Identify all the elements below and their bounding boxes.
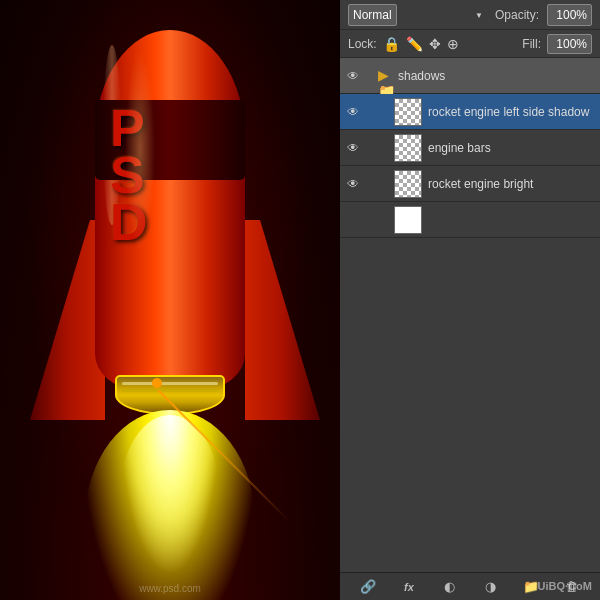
- brush-icon[interactable]: ✏️: [406, 36, 423, 52]
- layer-thumb-1: [394, 98, 422, 126]
- group-name: shadows: [398, 69, 596, 83]
- layer-thumb-4: [394, 206, 422, 234]
- eye-icon-1[interactable]: 👁: [344, 103, 362, 121]
- layers-list: 👁 ▶ 📁 shadows 👁 rocket engine left side …: [340, 58, 600, 572]
- opacity-label: Opacity:: [495, 8, 539, 22]
- rocket-highlight: [125, 50, 155, 250]
- move-icon[interactable]: ✥: [429, 36, 441, 52]
- chain-icon-2: [362, 140, 378, 156]
- layer-thumb-3: [394, 170, 422, 198]
- engine-nozzle: [115, 375, 225, 415]
- blend-mode-arrow: ▼: [475, 10, 483, 19]
- chain-icon-group: [362, 68, 378, 84]
- layers-panel: Normal ▼ Opacity: Lock: 🔒 ✏️ ✥ ⊕ Fill: 👁…: [340, 0, 600, 600]
- layer-group-shadows[interactable]: 👁 ▶ 📁 shadows: [340, 58, 600, 94]
- eye-icon-group[interactable]: 👁: [344, 67, 362, 85]
- fill-label: Fill:: [522, 37, 541, 51]
- eye-icon-2[interactable]: 👁: [344, 139, 362, 157]
- fill-input[interactable]: [547, 34, 592, 54]
- eye-icon-4[interactable]: [344, 211, 362, 229]
- trash-button[interactable]: 🗑: [562, 577, 582, 597]
- fx-button[interactable]: fx: [399, 577, 419, 597]
- lock-fill-row: Lock: 🔒 ✏️ ✥ ⊕ Fill:: [340, 30, 600, 58]
- blend-mode-select[interactable]: Normal: [348, 4, 397, 26]
- canvas-watermark: www.psd.com: [139, 583, 201, 594]
- blend-mode-wrapper[interactable]: Normal ▼: [348, 4, 487, 26]
- layer-thumb-2: [394, 134, 422, 162]
- position-icon[interactable]: ⊕: [447, 36, 459, 52]
- link-button[interactable]: 🔗: [358, 577, 378, 597]
- rocket-illustration: PSD www.psd.com: [0, 0, 340, 600]
- mask-button[interactable]: ◐: [440, 577, 460, 597]
- folder-icon-group: ▶ 📁: [378, 67, 396, 85]
- layers-toolbar: 🔗 fx ◐ ◑ 📁 🗑: [340, 572, 600, 600]
- chain-icon-3: [362, 176, 378, 192]
- eye-icon-3[interactable]: 👁: [344, 175, 362, 193]
- layer-name-3: rocket engine bright: [428, 177, 596, 191]
- folder-button[interactable]: 📁: [521, 577, 541, 597]
- layer-item-2[interactable]: 👁 engine bars: [340, 130, 600, 166]
- chain-icon-4: [362, 212, 378, 228]
- canvas-area: PSD www.psd.com: [0, 0, 340, 600]
- lock-icon[interactable]: 🔒: [383, 36, 400, 52]
- main-container: PSD www.psd.com Normal: [0, 0, 600, 600]
- layer-item-1[interactable]: 👁 rocket engine left side shadow: [340, 94, 600, 130]
- opacity-input[interactable]: [547, 4, 592, 26]
- layer-name-1: rocket engine left side shadow: [428, 105, 596, 119]
- chain-icon-1: [362, 104, 378, 120]
- layer-item-4[interactable]: [340, 202, 600, 238]
- arrow-dot: [152, 378, 162, 388]
- blend-opacity-row: Normal ▼ Opacity:: [340, 0, 600, 30]
- adjustment-button[interactable]: ◑: [480, 577, 500, 597]
- layer-name-2: engine bars: [428, 141, 596, 155]
- layer-item-3[interactable]: 👁 rocket engine bright: [340, 166, 600, 202]
- lock-label: Lock:: [348, 37, 377, 51]
